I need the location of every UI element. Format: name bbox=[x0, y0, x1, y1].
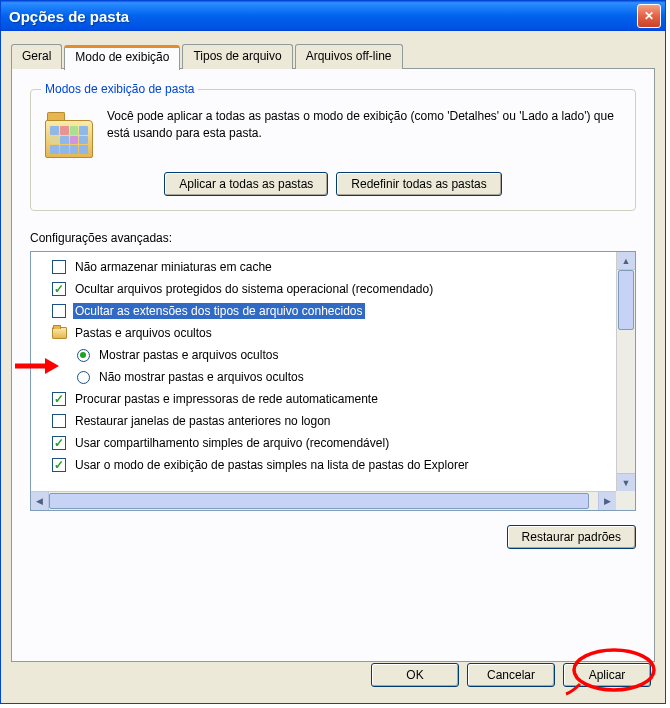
radio-icon[interactable] bbox=[75, 347, 91, 363]
folder-views-icon bbox=[45, 108, 95, 158]
tree-item-label: Pastas e arquivos ocultos bbox=[73, 325, 214, 341]
tree-item[interactable]: Ocultar arquivos protegidos do sistema o… bbox=[33, 278, 614, 300]
checkbox-icon[interactable] bbox=[51, 413, 67, 429]
dialog-buttons: OK Cancelar Aplicar bbox=[371, 663, 651, 687]
close-button[interactable]: ✕ bbox=[637, 4, 661, 28]
tab-label: Modo de exibição bbox=[75, 50, 169, 64]
tree-item-label: Usar compartilhamento simples de arquivo… bbox=[73, 435, 391, 451]
button-label: Cancelar bbox=[487, 668, 535, 682]
button-label: OK bbox=[406, 668, 423, 682]
ok-button[interactable]: OK bbox=[371, 663, 459, 687]
tree-item[interactable]: Não armazenar miniaturas em cache bbox=[33, 256, 614, 278]
tree-item-label: Ocultar arquivos protegidos do sistema o… bbox=[73, 281, 435, 297]
restore-defaults-button[interactable]: Restaurar padrões bbox=[507, 525, 636, 549]
tree-item-label: Restaurar janelas de pastas anteriores n… bbox=[73, 413, 333, 429]
tree-item-label: Mostrar pastas e arquivos ocultos bbox=[97, 347, 280, 363]
checkbox-icon[interactable] bbox=[51, 457, 67, 473]
checkbox-icon[interactable] bbox=[51, 259, 67, 275]
scrollbar-corner bbox=[616, 491, 635, 510]
checkbox-icon[interactable] bbox=[51, 391, 67, 407]
button-label: Redefinir todas as pastas bbox=[351, 177, 486, 191]
tab-offline[interactable]: Arquivos off-line bbox=[295, 44, 403, 69]
folder-options-dialog: Opções de pasta ✕ Geral Modo de exibição… bbox=[0, 0, 666, 704]
horizontal-scrollbar[interactable]: ◀ ▶ bbox=[31, 491, 616, 510]
button-label: Aplicar bbox=[589, 668, 626, 682]
tree-item-label: Procurar pastas e impressoras de rede au… bbox=[73, 391, 380, 407]
button-label: Aplicar a todas as pastas bbox=[179, 177, 313, 191]
apply-all-folders-button[interactable]: Aplicar a todas as pastas bbox=[164, 172, 328, 196]
checkbox-icon[interactable] bbox=[51, 303, 67, 319]
tree-item-label: Não armazenar miniaturas em cache bbox=[73, 259, 274, 275]
scrollbar-thumb[interactable] bbox=[618, 270, 634, 330]
tree-item[interactable]: Mostrar pastas e arquivos ocultos bbox=[33, 344, 614, 366]
tree-item-label: Não mostrar pastas e arquivos ocultos bbox=[97, 369, 306, 385]
tree-item[interactable]: Usar compartilhamento simples de arquivo… bbox=[33, 432, 614, 454]
tree-item[interactable]: Pastas e arquivos ocultos bbox=[33, 322, 614, 344]
reset-all-folders-button[interactable]: Redefinir todas as pastas bbox=[336, 172, 501, 196]
scroll-up-icon[interactable]: ▲ bbox=[617, 252, 635, 270]
tab-general[interactable]: Geral bbox=[11, 44, 62, 69]
tree-item[interactable]: Não mostrar pastas e arquivos ocultos bbox=[33, 366, 614, 388]
content-area: Geral Modo de exibição Tipos de arquivo … bbox=[1, 31, 665, 703]
advanced-settings-label: Configurações avançadas: bbox=[30, 231, 636, 245]
advanced-settings-tree[interactable]: Não armazenar miniaturas em cacheOcultar… bbox=[30, 251, 636, 511]
checkbox-icon[interactable] bbox=[51, 281, 67, 297]
vertical-scrollbar[interactable]: ▲ ▼ bbox=[616, 252, 635, 491]
svg-marker-1 bbox=[45, 358, 59, 374]
apply-button[interactable]: Aplicar bbox=[563, 663, 651, 687]
groupbox-description: Você pode aplicar a todas as pastas o mo… bbox=[107, 108, 621, 158]
checkbox-icon[interactable] bbox=[51, 435, 67, 451]
tab-filetypes[interactable]: Tipos de arquivo bbox=[182, 44, 292, 69]
titlebar[interactable]: Opções de pasta ✕ bbox=[1, 1, 665, 31]
tree-item-label: Usar o modo de exibição de pastas simple… bbox=[73, 457, 471, 473]
tab-view[interactable]: Modo de exibição bbox=[64, 45, 180, 70]
tree-item[interactable]: Ocultar as extensões dos tipos de arquiv… bbox=[33, 300, 614, 322]
tab-strip: Geral Modo de exibição Tipos de arquivo … bbox=[11, 43, 655, 68]
scroll-down-icon[interactable]: ▼ bbox=[617, 473, 635, 491]
groupbox-title: Modos de exibição de pasta bbox=[41, 82, 198, 96]
tree-viewport: Não armazenar miniaturas em cacheOcultar… bbox=[31, 252, 616, 491]
window-title: Opções de pasta bbox=[9, 8, 637, 25]
cancel-button[interactable]: Cancelar bbox=[467, 663, 555, 687]
folder-icon bbox=[51, 325, 67, 341]
arrow-annotation bbox=[13, 355, 59, 380]
tree-item[interactable]: Procurar pastas e impressoras de rede au… bbox=[33, 388, 614, 410]
button-label: Restaurar padrões bbox=[522, 530, 621, 544]
radio-icon[interactable] bbox=[75, 369, 91, 385]
scroll-left-icon[interactable]: ◀ bbox=[31, 492, 49, 510]
tree-item[interactable]: Restaurar janelas de pastas anteriores n… bbox=[33, 410, 614, 432]
tab-label: Arquivos off-line bbox=[306, 49, 392, 63]
folder-views-group: Modos de exibição de pasta Você pode apl… bbox=[30, 89, 636, 211]
tree-item-label: Ocultar as extensões dos tipos de arquiv… bbox=[73, 303, 365, 319]
scrollbar-thumb[interactable] bbox=[49, 493, 589, 509]
tab-panel-view: Modos de exibição de pasta Você pode apl… bbox=[11, 68, 655, 662]
scroll-right-icon[interactable]: ▶ bbox=[598, 492, 616, 510]
tab-label: Tipos de arquivo bbox=[193, 49, 281, 63]
tree-item[interactable]: Usar o modo de exibição de pastas simple… bbox=[33, 454, 614, 476]
tab-label: Geral bbox=[22, 49, 51, 63]
close-icon: ✕ bbox=[644, 9, 654, 23]
